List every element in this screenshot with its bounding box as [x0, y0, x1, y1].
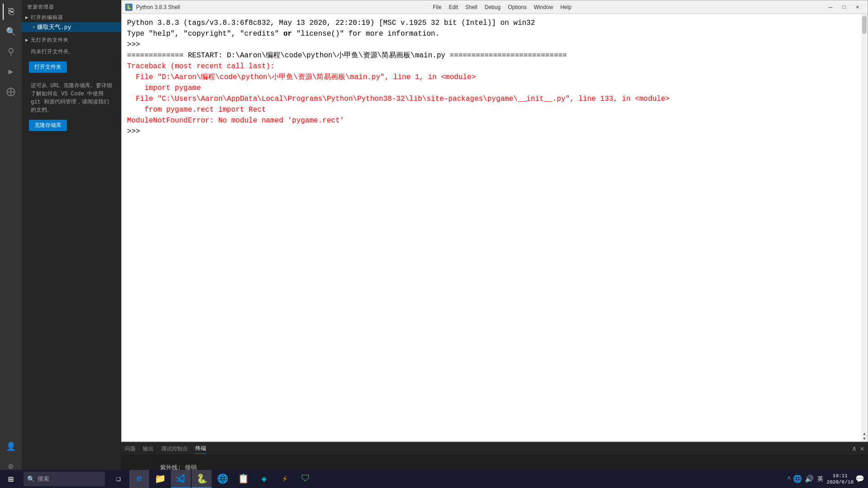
tray-icons: 🌐 🔊	[793, 474, 814, 483]
sidebar: 资源管理器 ▶ 打开的编辑器 ✕ 赚取天气.py ▶ 无打开的文件夹 尚未打开文…	[22, 0, 121, 478]
tray-volume-icon[interactable]: 🔊	[805, 474, 814, 483]
taskbar-tray: ^ 🌐 🔊 英 19:11 2020/6/18 💬	[783, 473, 868, 486]
python-icon: 🐍	[125, 4, 132, 11]
activity-bar: ⎘ 🔍 ⚲ ▶ ⨁ 👤 ⚙	[0, 0, 22, 478]
shell-separator: ============= RESTART: D:\Aaron\编程\code\…	[127, 50, 856, 61]
shell-close[interactable]: ✕	[851, 2, 864, 12]
start-button[interactable]: ⊞	[0, 470, 22, 488]
open-folder-button[interactable]: 打开文件夹	[29, 61, 67, 73]
scroll-up-arrow[interactable]: ▲	[863, 432, 866, 436]
sidebar-no-folder-desc: 尚未打开文件夹。	[25, 46, 118, 58]
shell-menu-debug[interactable]: Debug	[485, 4, 500, 10]
sidebar-section-no-folder[interactable]: ▶ 无打开的文件夹	[25, 36, 118, 44]
search-bar[interactable]: 🔍 搜索	[24, 472, 105, 486]
editor-and-shell: 🐍 Python 3.8.3 Shell File Edit Shell Deb…	[121, 0, 868, 442]
shell-menu-edit[interactable]: Edit	[449, 4, 458, 10]
panel-tabs: 问题 输出 调试控制台 终端 ∧ ✕	[121, 442, 868, 455]
sidebar-desc2: 还可从 URL 克隆存储库。要详细了解如何在 VS Code 中使用 git 和…	[25, 80, 118, 116]
tray-input-lang[interactable]: 英	[816, 475, 825, 483]
taskbar-file-explorer[interactable]: 📁	[150, 470, 170, 488]
shell-traceback-file: File "D:\Aaron\编程\code\python\小甲鱼\资源\简易画…	[127, 72, 856, 83]
panel-tab-debug[interactable]: 调试控制台	[161, 444, 188, 454]
taskbar-extra2[interactable]: ◈	[254, 470, 274, 488]
scroll-thumb[interactable]	[862, 16, 867, 34]
close-icon: ✕	[33, 24, 35, 30]
sidebar-section-open-editors[interactable]: ▶ 打开的编辑器	[22, 12, 121, 22]
panel-toolbar: ∧ ✕	[852, 444, 864, 453]
clone-repo-button[interactable]: 克隆存储库	[29, 120, 67, 131]
shell-import-pygame: import pygame	[127, 83, 856, 94]
shell-line-2: Type "help", "copyright", "credits" or "…	[127, 28, 856, 39]
shell-minimize[interactable]: —	[824, 2, 837, 12]
tray-notification-icon[interactable]: 💬	[855, 474, 864, 483]
taskbar-items: ❑ e 📁 🐍 🌐 📋 ◈ ⚡ 🛡	[107, 470, 317, 488]
activity-extensions[interactable]: ⨁	[3, 83, 19, 99]
shell-scrollbar[interactable]: ▲ ▼	[861, 14, 868, 441]
activity-debug[interactable]: ▶	[3, 63, 19, 80]
shell-from-rect: from pygame.rect import Rect	[127, 104, 856, 115]
shell-menu-options[interactable]: Options	[508, 4, 526, 10]
taskbar-extra4[interactable]: 🛡	[296, 470, 316, 488]
shell-traceback-header: Traceback (most recent call last):	[127, 61, 856, 72]
activity-account[interactable]: 👤	[3, 438, 19, 455]
sidebar-no-folder: ▶ 无打开的文件夹 尚未打开文件夹。 打开文件夹 还可从 URL 克隆存储库。要…	[22, 32, 121, 138]
scroll-down-arrow[interactable]: ▼	[863, 436, 866, 441]
search-placeholder: 搜索	[38, 475, 49, 483]
main-editor-area: 🐍 Python 3.8.3 Shell File Edit Shell Deb…	[121, 0, 868, 478]
shell-window-controls: — □ ✕	[824, 2, 864, 12]
activity-bottom: 👤 ⚙	[3, 438, 19, 474]
python-shell-window: 🐍 Python 3.8.3 Shell File Edit Shell Deb…	[121, 0, 868, 442]
python-shell-menu: File Edit Shell Debug Options Window Hel…	[433, 4, 571, 10]
shell-traceback-file2: File "C:\Users\Aaron\AppData\Local\Progr…	[127, 94, 856, 104]
python-shell-content[interactable]: Python 3.8.3 (tags/v3.8.3:6f8c832, May 1…	[122, 14, 861, 441]
panel-scroll-up[interactable]: ∧	[852, 444, 857, 453]
sidebar-title: 资源管理器	[22, 0, 121, 12]
activity-source-control[interactable]: ⚲	[3, 43, 19, 60]
taskbar-chrome[interactable]: 🌐	[212, 470, 232, 488]
tray-show-hidden[interactable]: ^	[787, 475, 791, 483]
panel-tab-output[interactable]: 输出	[143, 444, 154, 454]
taskbar-vscode[interactable]	[171, 470, 191, 488]
activity-explorer[interactable]: ⎘	[3, 4, 19, 20]
sidebar-file-weather[interactable]: ✕ 赚取天气.py	[22, 22, 121, 32]
shell-line-1: Python 3.8.3 (tags/v3.8.3:6f8c832, May 1…	[127, 18, 856, 28]
shell-module-error: ModuleNotFoundError: No module named 'py…	[127, 115, 856, 126]
panel-close[interactable]: ✕	[860, 444, 864, 453]
panel-tab-terminal[interactable]: 终端	[195, 444, 206, 454]
panel-tab-problems[interactable]: 问题	[125, 444, 136, 454]
taskbar-extra3[interactable]: ⚡	[275, 470, 295, 488]
shell-prompt-2: >>>	[127, 126, 856, 137]
tray-network-icon[interactable]: 🌐	[793, 474, 802, 483]
taskbar-edge[interactable]: e	[129, 470, 149, 488]
python-shell-title: Python 3.8.3 Shell	[136, 4, 180, 10]
shell-prompt-1: >>>	[127, 39, 856, 50]
python-shell-titlebar: 🐍 Python 3.8.3 Shell File Edit Shell Deb…	[122, 0, 868, 14]
search-icon: 🔍	[27, 475, 35, 483]
taskbar-task-view[interactable]: ❑	[108, 470, 128, 488]
shell-content-area: Python 3.8.3 (tags/v3.8.3:6f8c832, May 1…	[122, 14, 868, 441]
shell-menu-file[interactable]: File	[433, 4, 441, 10]
shell-menu-window[interactable]: Window	[534, 4, 553, 10]
shell-menu-help[interactable]: Help	[560, 4, 571, 10]
taskbar-extra1[interactable]: 📋	[233, 470, 253, 488]
shell-maximize[interactable]: □	[838, 2, 850, 12]
sidebar-open-editors: ▶ 打开的编辑器 ✕ 赚取天气.py	[22, 12, 121, 32]
taskbar: ⊞ 🔍 搜索 ❑ e 📁 🐍 🌐 📋 ◈	[0, 470, 868, 488]
activity-search[interactable]: 🔍	[3, 23, 19, 40]
shell-menu-shell[interactable]: Shell	[465, 4, 477, 10]
taskbar-python-idle[interactable]: 🐍	[192, 470, 212, 488]
tray-datetime[interactable]: 19:11 2020/6/18	[827, 473, 854, 486]
